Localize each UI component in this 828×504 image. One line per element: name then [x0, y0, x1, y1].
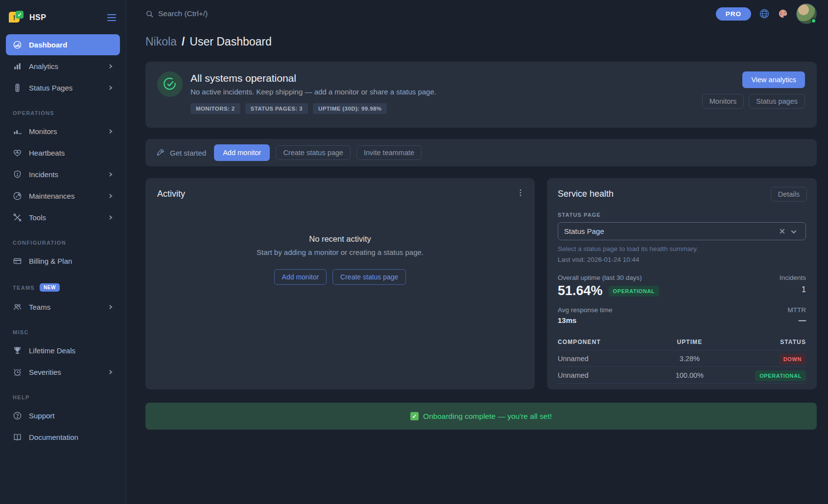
- sidebar-item-heartbeats[interactable]: Heartbeats: [6, 142, 120, 163]
- users-icon: [13, 302, 22, 312]
- sidebar-item-support[interactable]: Support: [6, 405, 120, 426]
- service-health-card: Service health Details STATUS PAGE Statu…: [547, 178, 817, 389]
- create-status-page-button[interactable]: Create status page: [332, 269, 406, 285]
- chevron-right-icon: [108, 193, 113, 199]
- traffic-light-icon: [13, 83, 22, 92]
- sidebar-item-label: Analytics: [29, 62, 101, 70]
- sidebar-item-status-pages[interactable]: Status Pages: [6, 77, 120, 98]
- monitors-count-pill: MONITORS: 2: [190, 103, 240, 114]
- view-analytics-button[interactable]: View analytics: [742, 71, 805, 88]
- user-avatar[interactable]: [796, 3, 817, 24]
- chevron-right-icon: [108, 215, 113, 220]
- add-monitor-button[interactable]: Add monitor: [214, 144, 270, 161]
- app-logo-row: ! ✓ HSP: [6, 7, 120, 28]
- sidebar-item-label: Maintenances: [29, 192, 101, 200]
- sidebar-item-label: Support: [29, 412, 113, 420]
- pro-badge[interactable]: PRO: [716, 7, 751, 21]
- mttr-value: —: [788, 316, 806, 324]
- sidebar-section-configuration: CONFIGURATION: [6, 240, 120, 246]
- shield-alert-icon: [13, 170, 22, 179]
- last-visit-text: Last visit: 2026-01-24 10:44: [558, 256, 806, 263]
- table-row: Unnamed 100.00% OPERATIONAL: [558, 367, 806, 384]
- credit-card-icon: [13, 256, 22, 266]
- status-page-select[interactable]: Status Page: [558, 222, 806, 240]
- alarm-clock-icon: [13, 367, 22, 377]
- invite-teammate-button[interactable]: Invite teammate: [356, 145, 422, 160]
- status-pages-count-pill: STATUS PAGES: 3: [245, 103, 308, 114]
- mttr-metric: MTTR —: [788, 306, 806, 324]
- sidebar-item-billing-plan[interactable]: Billing & Plan: [6, 251, 120, 272]
- banner-text: Onboarding complete — you're all set!: [423, 412, 552, 421]
- chevron-right-icon: [108, 129, 113, 134]
- sidebar-section-teams: TEAMS NEW: [6, 283, 120, 292]
- app-name: HSP: [29, 13, 106, 22]
- sidebar-item-severities[interactable]: Severities: [6, 362, 120, 383]
- hero-actions: View analytics Monitors Status pages: [702, 71, 805, 118]
- empty-state-title: No recent activity: [157, 234, 523, 244]
- monitors-bars-icon: [13, 127, 22, 136]
- status-page-field-label: STATUS PAGE: [558, 212, 806, 218]
- sidebar-item-label: Documentation: [29, 433, 113, 441]
- check-icon: ✓: [410, 412, 419, 420]
- sidebar-item-label: Severities: [29, 368, 101, 376]
- sidebar-item-maintenances[interactable]: Maintenances: [6, 185, 120, 206]
- details-button[interactable]: Details: [771, 187, 807, 202]
- component-name: Unnamed: [558, 371, 651, 379]
- chevron-right-icon: [108, 85, 113, 91]
- chevron-down-icon[interactable]: [788, 228, 800, 235]
- gauge-icon: [13, 40, 22, 49]
- incidents-value: 1: [780, 285, 806, 294]
- chevron-right-icon: [108, 64, 113, 69]
- hamburger-menu-icon[interactable]: [106, 13, 117, 22]
- rocket-icon: [156, 148, 165, 157]
- app-logo-icon: ! ✓: [9, 11, 24, 24]
- sidebar-item-teams[interactable]: Teams: [6, 297, 120, 318]
- book-icon: [13, 433, 22, 442]
- create-status-page-button[interactable]: Create status page: [276, 145, 351, 160]
- sidebar-item-documentation[interactable]: Documentation: [6, 427, 120, 448]
- empty-state-subtitle: Start by adding a monitor or creating a …: [157, 248, 523, 256]
- sidebar-item-analytics[interactable]: Analytics: [6, 56, 120, 77]
- sidebar-item-incidents[interactable]: Incidents: [6, 164, 120, 185]
- hero-stat-pills: MONITORS: 2 STATUS PAGES: 3 UPTIME (30D)…: [190, 103, 702, 114]
- sidebar-item-monitors[interactable]: Monitors: [6, 121, 120, 142]
- sidebar-item-label: Monitors: [29, 127, 101, 136]
- sidebar-item-lifetime-deals[interactable]: Lifetime Deals: [6, 340, 120, 361]
- avg-response-value: 13ms: [558, 316, 613, 324]
- maintenance-wrench-icon: [13, 191, 22, 201]
- sidebar: ! ✓ HSP Dashboard Analytics Status Pages…: [0, 0, 126, 504]
- search-icon: [145, 10, 154, 18]
- component-uptime: 3.28%: [651, 355, 728, 363]
- search-input[interactable]: [158, 9, 305, 18]
- sidebar-section-operations: OPERATIONS: [6, 110, 120, 116]
- operational-status-badge: OPERATIONAL: [755, 370, 806, 381]
- uptime-column-header: UPTIME: [651, 339, 728, 345]
- sidebar-item-label: Billing & Plan: [29, 257, 113, 265]
- chevron-right-icon: [108, 369, 113, 375]
- sidebar-item-label: Dashboard: [29, 41, 113, 49]
- breadcrumb-parent[interactable]: Nikola: [145, 35, 177, 48]
- sidebar-item-dashboard[interactable]: Dashboard: [6, 34, 120, 55]
- check-circle-icon: [157, 71, 183, 97]
- activity-title: Activity: [157, 189, 523, 199]
- sidebar-item-label: Teams: [29, 303, 101, 311]
- heartbeat-icon: [13, 148, 22, 158]
- mttr-label: MTTR: [788, 306, 806, 314]
- monitors-button[interactable]: Monitors: [702, 94, 744, 109]
- status-pages-button[interactable]: Status pages: [749, 94, 805, 109]
- kebab-menu-icon[interactable]: [517, 189, 524, 197]
- clear-selection-icon[interactable]: [777, 228, 788, 234]
- chevron-right-icon: [108, 172, 113, 177]
- breadcrumb: Nikola / User Dashboard: [145, 35, 817, 48]
- components-table: COMPONENT UPTIME STATUS Unnamed 3.28% DO…: [558, 334, 806, 384]
- service-health-title: Service health: [558, 189, 806, 199]
- sidebar-item-label: Heartbeats: [29, 149, 113, 157]
- sidebar-item-label: Lifetime Deals: [29, 346, 113, 355]
- tools-icon: [13, 213, 22, 222]
- globe-icon[interactable]: [759, 8, 770, 19]
- add-monitor-button[interactable]: Add monitor: [274, 269, 327, 285]
- theme-palette-icon[interactable]: [778, 8, 788, 19]
- sidebar-item-tools[interactable]: Tools: [6, 207, 120, 228]
- activity-card: Activity No recent activity Start by add…: [145, 178, 535, 389]
- overall-uptime-metric: Overall uptime (last 30 days) 51.64% OPE…: [558, 274, 659, 298]
